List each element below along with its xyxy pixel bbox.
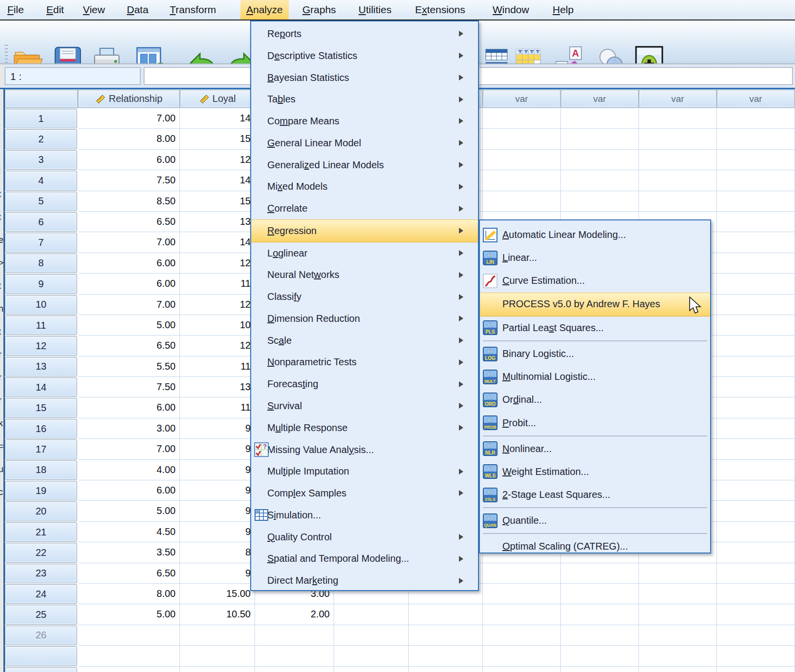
regression-submenu-item-automatic-linear-modeling[interactable]: Automatic Linear Modeling...: [480, 223, 710, 246]
row-header-14[interactable]: 14: [5, 377, 77, 397]
regression-submenu-item-partial-least-squares[interactable]: R PLS Partial Least Squares...: [480, 316, 710, 339]
data-cell[interactable]: [717, 191, 795, 212]
data-cell[interactable]: [409, 646, 483, 666]
data-cell[interactable]: 5.00: [78, 501, 180, 521]
data-cell[interactable]: [717, 150, 795, 170]
data-cell[interactable]: [639, 584, 717, 604]
data-cell[interactable]: [717, 646, 795, 666]
regression-submenu-item-optimal-scaling-catreg[interactable]: Optimal Scaling (CATREG)...: [480, 535, 710, 558]
data-cell[interactable]: [717, 522, 795, 542]
data-cell[interactable]: [639, 108, 717, 129]
data-cell[interactable]: [717, 274, 795, 294]
data-cell[interactable]: [483, 129, 561, 149]
data-cell[interactable]: [255, 646, 334, 666]
data-cell[interactable]: [180, 625, 255, 646]
data-cell[interactable]: [78, 646, 180, 666]
row-header-18[interactable]: 18: [5, 460, 77, 480]
data-cell[interactable]: 8: [180, 542, 255, 563]
data-cell[interactable]: [334, 604, 409, 625]
data-cell[interactable]: [717, 542, 795, 563]
data-cell[interactable]: 14: [180, 108, 255, 129]
analyze-menu-item-multiple-response[interactable]: Multiple Response: [251, 417, 478, 439]
regression-submenu-item-multinomial-logistic[interactable]: R MULT Multinomial Logistic...: [480, 365, 710, 388]
data-cell[interactable]: [334, 625, 409, 646]
analyze-menu-item-compare-means[interactable]: Compare Means: [251, 110, 478, 132]
data-cell[interactable]: [561, 563, 639, 584]
data-cell[interactable]: [717, 397, 795, 418]
data-cell[interactable]: 3.00: [78, 418, 180, 439]
data-cell[interactable]: [409, 667, 483, 672]
row-header-7[interactable]: 7: [5, 233, 77, 252]
data-cell[interactable]: [561, 584, 639, 604]
row-header-12[interactable]: 12: [5, 336, 77, 356]
row-header-2[interactable]: 2: [5, 129, 77, 149]
data-cell[interactable]: 6.00: [78, 480, 180, 501]
data-cell[interactable]: 9: [180, 563, 255, 584]
data-cell[interactable]: 6.00: [78, 253, 180, 274]
regression-submenu-item-curve-estimation[interactable]: Curve Estimation...: [480, 269, 710, 292]
menubar-item-graphs[interactable]: Graphs: [297, 0, 342, 20]
data-cell[interactable]: [717, 253, 795, 274]
data-cell[interactable]: [561, 646, 639, 666]
grid-corner-header[interactable]: [5, 90, 78, 108]
analyze-menu-item-multiple-imputation[interactable]: Multiple Imputation: [251, 460, 478, 482]
analyze-menu-item-quality-control[interactable]: Quality Control: [251, 526, 478, 548]
analyze-menu-item-direct-marketing[interactable]: Direct Marketing: [251, 570, 478, 592]
data-cell[interactable]: 7.00: [78, 439, 180, 459]
data-cell[interactable]: [717, 377, 795, 397]
regression-submenu-item-2-stage-least-squares[interactable]: R 2SLS 2-Stage Least Squares...: [480, 483, 710, 506]
data-cell[interactable]: [717, 563, 795, 584]
regression-submenu-item-probit[interactable]: R PROB Probit...: [480, 412, 710, 435]
data-cell[interactable]: [717, 584, 795, 604]
data-cell[interactable]: 9: [180, 522, 255, 542]
data-cell[interactable]: [639, 563, 717, 584]
analyze-menu-item-simulation[interactable]: Simulation...: [251, 504, 478, 526]
analyze-menu-item-mixed-models[interactable]: Mixed Models: [251, 176, 478, 198]
regression-submenu-item-ordinal[interactable]: R ORD Ordinal...: [480, 388, 710, 411]
data-cell[interactable]: [717, 315, 795, 336]
row-header-23[interactable]: 23: [5, 564, 77, 583]
data-cell[interactable]: 15: [180, 129, 255, 149]
menubar-item-file[interactable]: File: [1, 0, 30, 20]
data-cell[interactable]: [180, 646, 255, 666]
analyze-menu-item-general-linear-model[interactable]: General Linear Model: [251, 132, 478, 154]
row-header-8[interactable]: 8: [5, 254, 77, 273]
analyze-menu-item-spatial-and-temporal-modeling[interactable]: Spatial and Temporal Modeling...: [251, 548, 478, 570]
data-cell[interactable]: [717, 336, 795, 356]
data-cell[interactable]: 13: [180, 212, 255, 232]
analyze-menu-item-scale[interactable]: Scale: [251, 330, 478, 352]
data-cell[interactable]: [717, 625, 795, 646]
column-header-var[interactable]: var: [717, 90, 795, 108]
analyze-menu-item-missing-value-analysis[interactable]: ?Missing Value Analysis...: [251, 439, 478, 461]
regression-submenu-item-binary-logistic[interactable]: R LOG Binary Logistic...: [480, 342, 710, 365]
data-cell[interactable]: [639, 604, 717, 625]
data-cell[interactable]: 7.50: [78, 377, 180, 397]
data-cell[interactable]: 10: [180, 315, 255, 336]
data-cell[interactable]: [717, 232, 795, 253]
data-cell[interactable]: 12: [180, 295, 255, 315]
data-cell[interactable]: 9: [180, 439, 255, 459]
regression-submenu-item-nonlinear[interactable]: R NLR Nonlinear...: [480, 437, 710, 460]
data-cell[interactable]: [483, 604, 561, 625]
data-cell[interactable]: 7.00: [78, 295, 180, 315]
data-cell[interactable]: [483, 191, 561, 212]
data-cell[interactable]: [717, 129, 795, 149]
column-header-var[interactable]: var: [639, 90, 716, 108]
data-cell[interactable]: [639, 150, 717, 170]
data-cell[interactable]: [409, 604, 483, 625]
menubar-item-extensions[interactable]: Extensions: [409, 0, 471, 20]
data-cell[interactable]: [334, 667, 409, 672]
data-cell[interactable]: 6.00: [78, 274, 180, 294]
data-cell[interactable]: [483, 625, 561, 646]
row-header-blank[interactable]: [5, 646, 77, 666]
data-cell[interactable]: 4.50: [78, 522, 180, 542]
data-cell[interactable]: [717, 439, 795, 459]
data-cell[interactable]: [717, 480, 795, 501]
row-header-6[interactable]: 6: [5, 212, 77, 232]
data-cell[interactable]: 8.50: [78, 191, 180, 212]
menubar-item-analyze[interactable]: Analyze: [240, 0, 289, 20]
data-cell[interactable]: [78, 625, 180, 646]
data-cell[interactable]: 13: [180, 377, 255, 397]
data-cell[interactable]: 12: [180, 336, 255, 356]
data-cell[interactable]: [717, 501, 795, 521]
